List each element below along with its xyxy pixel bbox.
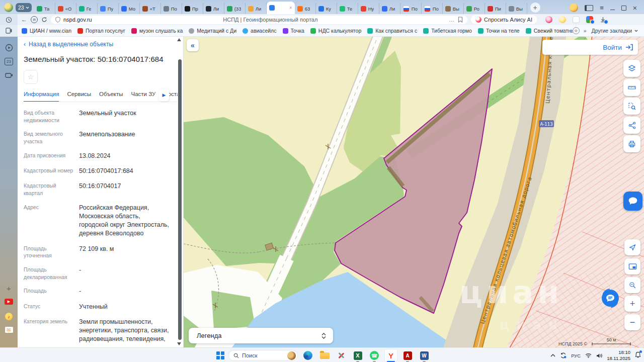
browser-tab[interactable]: Ли xyxy=(246,3,267,14)
other-bookmarks-button[interactable]: Другие закладки xyxy=(592,28,644,34)
panel-collapse-button[interactable]: « xyxy=(187,39,199,51)
browser-tab[interactable]: «Т xyxy=(140,3,161,14)
sidebar-youtube-button[interactable]: ▶ xyxy=(0,299,18,305)
browser-tab[interactable]: Вы xyxy=(506,3,527,14)
bookmark-item[interactable]: Портал госуслуг xyxy=(77,28,125,34)
bookmark-item[interactable]: НДС калькулятор xyxy=(310,28,361,34)
user-avatar[interactable] xyxy=(570,4,578,12)
new-tab-button[interactable]: + xyxy=(530,3,540,13)
taskbar-acrobat[interactable]: A xyxy=(401,349,414,362)
browser-tab[interactable]: Пу xyxy=(98,3,119,14)
sidebar-camera-button[interactable] xyxy=(0,72,18,78)
browser-tab[interactable]: «О xyxy=(55,3,76,14)
zoom-in-button[interactable]: + xyxy=(624,296,640,312)
menu-icon[interactable]: ≡ xyxy=(600,5,604,11)
browser-tab[interactable]: Ну xyxy=(358,3,379,14)
browser-profile-avatar[interactable] xyxy=(4,3,13,12)
favorite-star-button[interactable]: ☆ xyxy=(24,70,38,84)
bookmark-item[interactable]: ЦИАН / www.cian xyxy=(22,28,71,34)
zoom-out-button[interactable]: − xyxy=(624,314,640,330)
feedback-draw-button[interactable] xyxy=(623,192,642,211)
volume-icon[interactable] xyxy=(596,353,602,358)
alice-button[interactable]: Спросить Алису AI xyxy=(471,15,537,24)
legend-toggle[interactable]: Легенда xyxy=(189,328,333,343)
search-on-map-button[interactable] xyxy=(624,277,640,293)
extension-icon[interactable] xyxy=(545,16,552,23)
notifications-button[interactable] xyxy=(635,351,641,360)
taskbar-snip[interactable] xyxy=(335,349,348,362)
map-area[interactable]: Центральная кольцевая автомобильная доро… xyxy=(184,37,644,347)
taskbar-word[interactable]: W xyxy=(418,349,431,362)
reload-button[interactable] xyxy=(41,17,47,23)
sidebar-add-button[interactable]: + xyxy=(0,284,18,293)
bookmark-item[interactable]: Медитаций с Ди xyxy=(189,28,236,34)
print-button[interactable] xyxy=(623,135,640,152)
tab-close-icon[interactable]: × xyxy=(289,6,292,11)
wifi-icon[interactable] xyxy=(585,353,592,358)
bookmark-item[interactable]: Как справиться с xyxy=(367,28,417,34)
close-button[interactable]: × xyxy=(633,5,637,12)
panel-tab[interactable]: Сервисы xyxy=(67,91,91,102)
sidebar-panels-button[interactable] xyxy=(0,25,18,36)
address-bar[interactable]: nspd.gov.ru НСПД | Геоинформационный пор… xyxy=(51,16,467,24)
browser-tab[interactable]: По xyxy=(161,3,182,14)
share-button[interactable] xyxy=(623,117,640,134)
bookmark-item[interactable]: Свежий томатны xyxy=(526,28,573,34)
sync-icon[interactable] xyxy=(560,352,567,358)
extension-icon[interactable] xyxy=(559,16,566,23)
browser-tab[interactable]: 63 xyxy=(295,3,316,14)
sidebar-mail-button[interactable]: ✉ xyxy=(0,327,18,333)
bookmark-item[interactable]: Точки на теле xyxy=(478,28,520,34)
browser-tab[interactable]: Мо xyxy=(119,3,140,14)
tab-counter-button[interactable]: 23 xyxy=(16,3,32,12)
side-panel-icon[interactable] xyxy=(585,5,593,11)
browser-tab[interactable]: Ро xyxy=(464,3,485,14)
browser-tab[interactable]: По xyxy=(422,3,443,14)
browser-tab[interactable]: Ли xyxy=(203,3,224,14)
bookmark-item[interactable]: авиасейлс xyxy=(243,28,276,34)
downloads-button[interactable] xyxy=(600,16,607,23)
taskbar-search[interactable]: Поиск xyxy=(228,350,298,361)
minimize-button[interactable] xyxy=(610,6,615,10)
more-icon[interactable]: … xyxy=(449,17,455,23)
sidebar-history-button[interactable] xyxy=(0,14,18,25)
browser-tab[interactable]: (33 xyxy=(224,3,246,14)
extension-icon[interactable] xyxy=(573,16,580,23)
browser-tab[interactable]: Та xyxy=(34,3,55,14)
support-chat-button[interactable] xyxy=(599,287,621,309)
browser-tab[interactable]: Ку xyxy=(316,3,337,14)
browser-tab[interactable]: Пр xyxy=(182,3,203,14)
tray-expand-icon[interactable] xyxy=(550,354,555,357)
layers-button[interactable] xyxy=(623,60,640,77)
taskbar-excel[interactable]: X xyxy=(351,349,364,362)
login-bar[interactable]: Войти xyxy=(542,40,638,55)
measure-button[interactable] xyxy=(623,79,640,96)
area-search-button[interactable] xyxy=(623,98,640,115)
maximize-button[interactable] xyxy=(621,6,626,11)
sidebar-music-button[interactable]: ♪ xyxy=(0,313,18,320)
sidebar-calendar-button[interactable]: 23 xyxy=(0,58,18,65)
taskbar-explorer[interactable] xyxy=(318,349,331,362)
language-indicator[interactable]: РУС xyxy=(571,353,581,358)
scrollbar-up-arrow[interactable] xyxy=(177,38,181,41)
bookmark-item[interactable]: музон слушать ка xyxy=(131,28,183,34)
taskbar-yandex-browser[interactable]: Y xyxy=(384,349,397,362)
browser-tab[interactable]: Ге xyxy=(76,3,98,14)
tabs-scroll-right-button[interactable]: ▶ xyxy=(159,89,169,101)
bookmark-flag-icon[interactable] xyxy=(458,17,463,23)
bookmarks-overflow-icon[interactable]: » xyxy=(584,28,587,34)
locate-button[interactable] xyxy=(624,239,640,255)
clock-datetime[interactable]: 18:10 18.11.2025 xyxy=(607,349,630,361)
taskbar-edge[interactable] xyxy=(301,349,314,362)
map-canvas[interactable]: Центральная кольцевая автомобильная доро… xyxy=(184,37,644,347)
bookmark-f-icon[interactable]: Ф xyxy=(573,27,580,34)
panel-tab[interactable]: Объекты xyxy=(99,91,123,102)
taskbar-whatsapp[interactable]: ☎ xyxy=(368,349,381,362)
panel-scrollbar[interactable] xyxy=(178,59,182,340)
browser-tab[interactable]: По xyxy=(400,3,422,14)
back-button[interactable]: ← xyxy=(21,17,27,23)
browser-tab[interactable]: Пи xyxy=(485,3,506,14)
browser-tab[interactable]: × xyxy=(267,2,295,14)
browser-tab[interactable]: Ли xyxy=(379,3,400,14)
scrollbar-down-arrow[interactable] xyxy=(177,342,181,345)
